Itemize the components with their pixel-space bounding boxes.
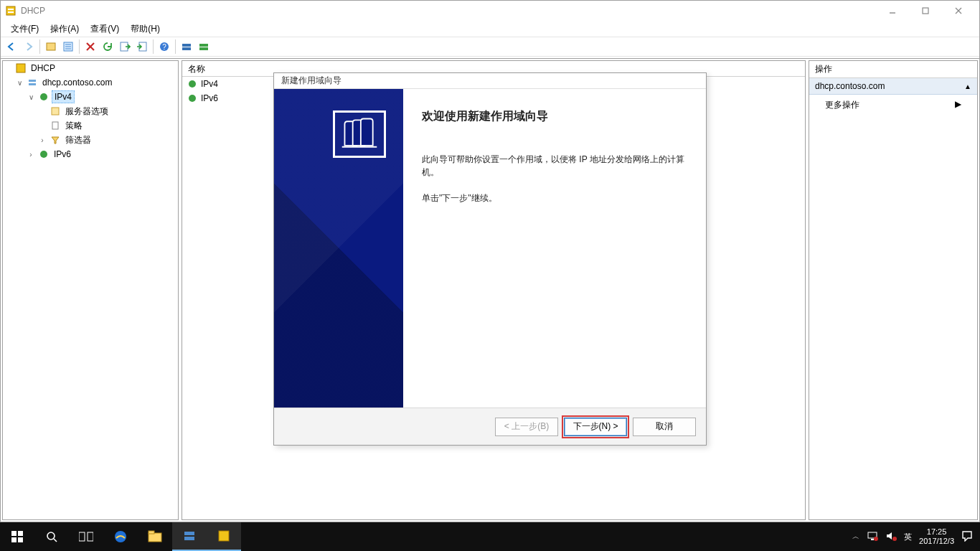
tree-node-ipv4[interactable]: ∨ IPv4: [3, 90, 178, 104]
svg-rect-22: [17, 64, 25, 72]
app-icon: [5, 5, 17, 17]
svg-rect-21: [199, 47, 208, 50]
tree-node-server-options[interactable]: 服务器选项: [3, 104, 178, 118]
ipv4-icon: [187, 78, 198, 90]
toolbar-show-hide-button[interactable]: [43, 39, 59, 55]
wizard-back-button: < 上一步(B): [495, 418, 558, 436]
nav-forward-button[interactable]: [21, 39, 37, 55]
expand-icon[interactable]: ›: [37, 136, 47, 144]
tree-node-ipv6[interactable]: › IPv6: [3, 147, 178, 161]
menu-action[interactable]: 操作(A): [44, 22, 85, 37]
svg-rect-23: [29, 80, 36, 82]
svg-rect-35: [18, 537, 23, 542]
ipv4-icon: [38, 91, 50, 103]
clock[interactable]: 17:25 2017/12/3: [919, 527, 954, 545]
chevron-right-icon: ▶: [955, 99, 961, 111]
maximize-button[interactable]: [909, 1, 942, 21]
actions-context[interactable]: dhcp.contoso.com ▲: [809, 78, 977, 95]
wizard-text: 此向导可帮助你设置一个作用域，以便将 IP 地址分发给网络上的计算机。: [422, 153, 687, 179]
window-title: DHCP: [21, 6, 45, 16]
taskbar-app-explorer[interactable]: [138, 522, 172, 551]
taskbar-app-dhcp[interactable]: [207, 522, 241, 551]
ime-indicator[interactable]: 英: [904, 532, 912, 542]
tree-pane: DHCP ∨ dhcp.contoso.com: [2, 60, 179, 520]
toolbar-properties-button[interactable]: [60, 39, 76, 55]
svg-rect-24: [29, 83, 36, 85]
wizard-art-icon: [333, 110, 386, 158]
taskbar: ︿ 英 17:25 2017/12/3: [0, 522, 980, 551]
toolbar-server-button[interactable]: [179, 39, 194, 55]
toolbar-delete-button[interactable]: [83, 39, 98, 55]
svg-rect-2: [8, 11, 14, 13]
expand-icon[interactable]: ∨: [14, 79, 24, 87]
wizard-cancel-button[interactable]: 取消: [633, 418, 696, 436]
collapse-icon: ▲: [964, 83, 971, 90]
svg-rect-7: [47, 43, 55, 50]
task-view-button[interactable]: [69, 522, 103, 551]
search-button[interactable]: [34, 522, 69, 551]
tree-node-dhcp-root[interactable]: DHCP: [3, 61, 178, 75]
svg-rect-43: [184, 532, 194, 535]
svg-rect-27: [52, 122, 58, 129]
svg-rect-33: [18, 531, 23, 536]
svg-rect-39: [88, 532, 93, 541]
ipv6-icon: [38, 149, 50, 160]
expand-icon[interactable]: ∨: [26, 93, 36, 101]
new-scope-wizard: 新建作用域向导 欢迎: [273, 72, 707, 446]
options-icon: [50, 105, 61, 117]
minimize-button[interactable]: [876, 1, 909, 21]
menu-help[interactable]: 帮助(H): [125, 22, 166, 37]
action-center-icon[interactable]: [961, 530, 973, 543]
toolbar-help-button[interactable]: ?: [156, 39, 172, 55]
menubar: 文件(F) 操作(A) 查看(V) 帮助(H): [1, 21, 979, 37]
dhcp-icon: [15, 62, 27, 74]
taskbar-app-server-manager[interactable]: [172, 522, 207, 551]
svg-rect-32: [11, 531, 17, 536]
svg-point-36: [47, 532, 55, 540]
volume-icon[interactable]: [885, 531, 897, 542]
svg-point-28: [40, 151, 47, 158]
tray-up-icon[interactable]: ︿: [852, 532, 859, 542]
wizard-next-button[interactable]: 下一步(N) >: [564, 418, 627, 436]
actions-more[interactable]: 更多操作 ▶: [809, 95, 977, 116]
svg-point-29: [189, 80, 196, 88]
toolbar-import-button[interactable]: [134, 39, 150, 55]
toolbar-scope-button[interactable]: [196, 39, 212, 55]
network-icon[interactable]: [867, 531, 878, 542]
svg-rect-19: [182, 47, 191, 50]
start-button[interactable]: [0, 522, 34, 551]
svg-point-48: [874, 537, 878, 541]
svg-rect-41: [149, 533, 161, 542]
tree-node-policies[interactable]: 策略: [3, 118, 178, 133]
menu-view[interactable]: 查看(V): [85, 22, 125, 37]
svg-rect-34: [11, 537, 17, 542]
svg-rect-20: [199, 44, 208, 47]
actions-header: 操作: [809, 61, 977, 78]
svg-text:?: ?: [162, 43, 166, 51]
toolbar-export-button[interactable]: [117, 39, 133, 55]
svg-rect-4: [923, 8, 928, 14]
toolbar: ?: [1, 37, 979, 57]
svg-line-37: [54, 539, 57, 542]
filters-icon: [50, 134, 61, 146]
actions-pane: 操作 dhcp.contoso.com ▲ 更多操作 ▶: [809, 60, 978, 520]
svg-rect-18: [182, 44, 191, 47]
taskbar-app-ie[interactable]: [103, 522, 138, 551]
svg-point-49: [892, 537, 897, 541]
expand-icon[interactable]: ›: [26, 151, 36, 159]
wizard-content: 欢迎使用新建作用域向导 此向导可帮助你设置一个作用域，以便将 IP 地址分发给网…: [403, 89, 706, 408]
tree-node-server[interactable]: ∨ dhcp.contoso.com: [3, 75, 178, 90]
wizard-text: 单击"下一步"继续。: [422, 192, 687, 204]
tree-node-filters[interactable]: › 筛选器: [3, 133, 178, 147]
nav-back-button[interactable]: [4, 39, 19, 55]
dhcp-console-window: DHCP 文件(F) 操作(A) 查看(V) 帮助(H) ?: [0, 0, 980, 522]
wizard-banner: [274, 89, 403, 408]
system-tray: ︿ 英 17:25 2017/12/3: [845, 527, 980, 545]
toolbar-refresh-button[interactable]: [100, 39, 116, 55]
svg-rect-44: [184, 537, 194, 540]
svg-rect-38: [79, 532, 85, 541]
close-button[interactable]: [942, 1, 975, 21]
titlebar: DHCP: [1, 1, 979, 21]
svg-rect-1: [8, 9, 14, 10]
menu-file[interactable]: 文件(F): [5, 22, 44, 37]
